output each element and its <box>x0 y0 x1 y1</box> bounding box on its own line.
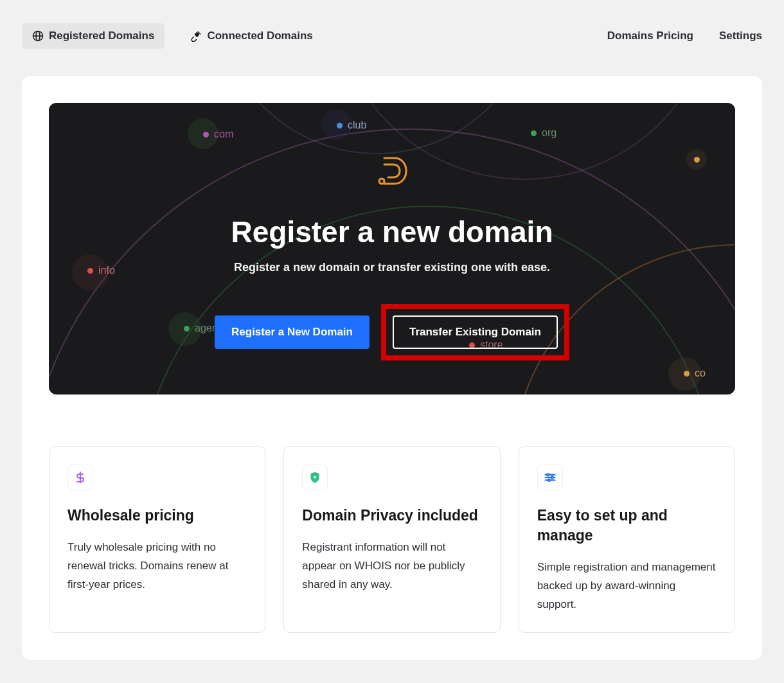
tld-label: com <box>214 129 233 140</box>
highlight-box: Transfer Existing Domain <box>381 304 569 360</box>
feature-domain-privacy: Domain Privacy included Registrant infor… <box>283 446 500 633</box>
feature-body: Truly wholesale pricing with no renewal … <box>67 538 247 594</box>
feature-title: Easy to set up and manage <box>537 506 717 546</box>
svg-point-13 <box>548 479 549 481</box>
plug-icon <box>190 30 202 42</box>
hero: com club org info agency store co <box>49 103 735 395</box>
tld-co: co <box>684 368 706 379</box>
feature-body: Simple registration and management backe… <box>537 558 717 614</box>
hero-subtitle: Register a new domain or transfer existi… <box>234 261 550 274</box>
feature-title: Domain Privacy included <box>302 506 481 526</box>
link-settings[interactable]: Settings <box>719 30 762 42</box>
register-new-domain-button[interactable]: Register a New Domain <box>215 315 370 349</box>
logo-icon <box>374 153 410 191</box>
feature-body: Registrant information will not appear o… <box>302 538 481 594</box>
tld-com: com <box>203 129 233 140</box>
tld-label: club <box>348 120 366 131</box>
feature-wholesale-pricing: Wholesale pricing Truly wholesale pricin… <box>49 446 265 633</box>
dot-icon <box>337 123 343 129</box>
dot-icon <box>694 157 700 163</box>
shield-star-icon <box>302 465 328 490</box>
dot-icon <box>684 371 690 377</box>
tld-org: org <box>531 127 557 139</box>
hero-title: Register a new domain <box>231 215 553 249</box>
decorative-arc <box>216 103 537 154</box>
svg-point-6 <box>379 179 384 184</box>
topbar-tabs: Registered Domains Connected Domains <box>22 23 323 49</box>
tld-club: club <box>337 120 366 131</box>
tab-registered-domains[interactable]: Registered Domains <box>22 23 165 49</box>
topbar: Registered Domains Connected Domains Dom… <box>0 0 784 64</box>
dot-icon <box>184 326 190 332</box>
feature-title: Wholesale pricing <box>67 506 247 526</box>
tld-info: info <box>87 265 115 276</box>
tab-connected-label: Connected Domains <box>207 30 312 42</box>
feature-easy-setup: Easy to set up and manage Simple registr… <box>519 446 735 633</box>
features-row: Wholesale pricing Truly wholesale pricin… <box>49 446 735 633</box>
tld-label: org <box>542 127 557 139</box>
link-domains-pricing[interactable]: Domains Pricing <box>607 30 693 42</box>
topbar-links: Domains Pricing Settings <box>607 30 762 42</box>
svg-point-11 <box>551 476 553 478</box>
tab-registered-label: Registered Domains <box>49 30 154 42</box>
dot-icon <box>87 268 93 274</box>
hero-buttons: Register a New Domain Transfer Existing … <box>215 304 569 360</box>
dot-icon <box>203 132 209 137</box>
globe-icon <box>32 30 44 42</box>
dollar-icon <box>67 465 93 490</box>
svg-point-9 <box>547 474 549 475</box>
svg-line-4 <box>198 31 199 33</box>
main-card: com club org info agency store co <box>22 76 762 660</box>
dot-icon <box>531 130 537 136</box>
transfer-existing-domain-button[interactable]: Transfer Existing Domain <box>393 315 558 349</box>
tab-connected-domains[interactable]: Connected Domains <box>180 23 323 49</box>
tld-label: co <box>695 368 706 379</box>
svg-line-5 <box>200 33 201 35</box>
sliders-icon <box>537 465 563 490</box>
tld-label: info <box>98 265 115 276</box>
